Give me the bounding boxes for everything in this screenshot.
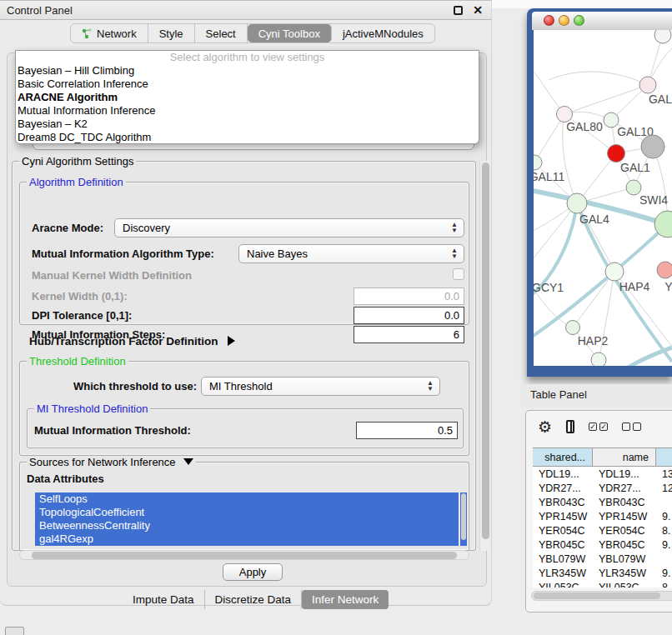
- gear-icon[interactable]: ⚙: [538, 419, 552, 435]
- algorithm-option[interactable]: ARACNE Algorithm: [16, 91, 479, 104]
- settings-horizontal-scrollbar[interactable]: [19, 550, 469, 560]
- network-node-y[interactable]: [657, 262, 672, 278]
- table-cell: YER054C: [533, 523, 593, 538]
- network-canvas[interactable]: GALGAL80GAL10GAL1GAL11SWI4GAL4GCY1HAP4YH…: [534, 30, 672, 366]
- table-row[interactable]: YLR345WYLR345W9.: [533, 566, 672, 580]
- algorithm-option[interactable]: Bayesian – K2: [16, 118, 479, 131]
- table-row[interactable]: YBR043CYBR043C: [533, 495, 672, 509]
- table-horizontal-scrollbar[interactable]: [531, 591, 672, 601]
- network-node-hap2[interactable]: [566, 321, 580, 335]
- table-cell: 8.: [656, 523, 672, 538]
- settings-vertical-scrollbar[interactable]: [479, 161, 489, 551]
- tab-cyni-toolbox[interactable]: Cyni Toolbox: [248, 24, 332, 42]
- table-cell: YPR145W: [593, 509, 656, 523]
- control-panel-title: Control Panel: [7, 4, 73, 17]
- network-node-gal11[interactable]: [534, 155, 542, 170]
- node-label: GAL11: [534, 170, 564, 183]
- which-threshold-label: Which threshold to use:: [73, 380, 197, 392]
- tab-jactivemnodules[interactable]: jActiveMNodules: [332, 24, 434, 42]
- close-icon[interactable]: ✕: [473, 3, 483, 17]
- split-columns-icon[interactable]: [566, 420, 574, 433]
- network-view-window: GALGAL80GAL10GAL1GAL11SWI4GAL4GCY1HAP4YH…: [527, 8, 672, 377]
- tab-discretize-data[interactable]: Discretize Data: [205, 590, 303, 609]
- cyni-bottom-tabbar: Impute Data Discretize Data Infer Networ…: [123, 590, 389, 609]
- table-cell: YER054C: [593, 523, 656, 538]
- algorithm-option[interactable]: Bayesian – Hill Climbing: [16, 64, 479, 78]
- aracne-mode-combobox[interactable]: Discovery ▲▼: [114, 218, 464, 238]
- apply-button[interactable]: Apply: [223, 563, 283, 581]
- network-node[interactable]: [641, 135, 664, 158]
- column-header-name[interactable]: name: [593, 448, 656, 466]
- mi-steps-field[interactable]: 6: [354, 326, 464, 343]
- tab-style[interactable]: Style: [148, 24, 195, 42]
- tab-infer-network[interactable]: Infer Network: [302, 590, 389, 609]
- table-header-row: shared... name A: [533, 448, 672, 467]
- mi-threshold-label: Mutual Information Threshold:: [34, 424, 191, 437]
- tab-label: Discretize Data: [215, 593, 292, 606]
- column-header-partial[interactable]: A: [656, 448, 672, 466]
- table-panel-titlebar: Table Panel: [521, 384, 672, 406]
- algorithm-option[interactable]: Dream8 DC_TDC Algorithm: [16, 131, 479, 144]
- table-cell: YDR27...: [533, 481, 593, 495]
- table-row[interactable]: YDL19...YDL19...13: [533, 467, 672, 481]
- network-node[interactable]: [591, 352, 606, 366]
- mi-threshold-definition-title: MI Threshold Definition: [34, 402, 150, 415]
- tab-impute-data[interactable]: Impute Data: [123, 590, 205, 609]
- kernel-width-field[interactable]: 0.0: [354, 288, 464, 305]
- dpi-tolerance-field[interactable]: 0.0: [354, 307, 464, 324]
- network-node-gal[interactable]: [639, 77, 656, 93]
- select-all-columns-icon[interactable]: ✓ ✓: [589, 422, 608, 431]
- network-window-titlebar[interactable]: [532, 12, 672, 30]
- network-node-gal4[interactable]: [567, 193, 587, 213]
- table-row[interactable]: YER054CYER054C8.: [533, 523, 672, 538]
- algorithm-definition-group: Algorithm Definition Aracne Mode: Discov…: [19, 182, 469, 325]
- table-cell: YBR045C: [593, 538, 656, 552]
- table-cell: YBL079W: [593, 552, 656, 566]
- tab-label: Network: [97, 28, 137, 40]
- zoom-traffic-light-icon[interactable]: [574, 15, 584, 26]
- manual-kernel-checkbox[interactable]: [453, 268, 464, 280]
- table-cell: [656, 552, 672, 566]
- node-label: SWI4: [639, 193, 668, 207]
- table-row[interactable]: YBR045CYBR045C9.: [533, 538, 672, 552]
- network-node-gal1[interactable]: [608, 145, 625, 162]
- attribute-item[interactable]: TopologicalCoefficient: [35, 506, 459, 519]
- mi-type-combobox[interactable]: Naive Bayes ▲▼: [238, 244, 464, 263]
- which-threshold-combobox[interactable]: MI Threshold ▲▼: [201, 377, 440, 396]
- node-table: shared... name A YDL19...YDL19...13YDR27…: [533, 448, 672, 588]
- table-row[interactable]: YBL079WYBL079W: [533, 552, 672, 566]
- minimize-traffic-light-icon[interactable]: [559, 15, 569, 26]
- hub-definition-toggle[interactable]: Hub/Transcription Factor Definition: [29, 335, 235, 348]
- collapsed-panel-chip[interactable]: [5, 627, 24, 635]
- close-traffic-light-icon[interactable]: [544, 15, 554, 26]
- table-row[interactable]: YPR145WYPR145W9.: [533, 509, 672, 523]
- tab-network[interactable]: Network: [71, 24, 148, 42]
- data-attributes-list[interactable]: SelfLoopsTopologicalCoefficientBetweenne…: [35, 492, 459, 546]
- algorithm-definition-title: Algorithm Definition: [27, 176, 126, 188]
- table-row[interactable]: YIL053CYIL053C8: [533, 580, 672, 588]
- table-cell: 9.: [656, 509, 672, 523]
- threshold-definition-title: Threshold Definition: [27, 355, 128, 368]
- chevron-right-icon: [228, 336, 235, 346]
- tab-label: jActiveMNodules: [343, 28, 424, 40]
- tab-select[interactable]: Select: [195, 24, 248, 42]
- network-icon: [82, 28, 93, 39]
- deselect-all-columns-icon[interactable]: [622, 422, 641, 431]
- network-node-hap4[interactable]: [605, 262, 624, 281]
- table-cell: YLR345W: [533, 566, 593, 580]
- column-header-shared-name[interactable]: shared...: [533, 448, 593, 466]
- mi-threshold-field[interactable]: 0.5: [356, 422, 458, 439]
- attributes-scrollbar[interactable]: [460, 492, 467, 546]
- table-cell: YLR345W: [593, 566, 656, 580]
- network-node[interactable]: [654, 30, 671, 43]
- algorithm-option[interactable]: Basic Correlation Inference: [16, 78, 479, 91]
- attribute-item[interactable]: BetweennessCentrality: [35, 519, 459, 532]
- attribute-item[interactable]: SelfLoops: [35, 492, 459, 506]
- attribute-item[interactable]: gal4RGexp: [35, 532, 459, 546]
- table-cell: 13: [656, 467, 672, 481]
- sources-group-title[interactable]: Sources for Network Inference: [27, 456, 196, 468]
- table-row[interactable]: YDR27...YDR27...12: [533, 481, 672, 495]
- algorithm-option[interactable]: Mutual Information Inference: [16, 104, 479, 118]
- cyni-algorithm-settings-group: Cyni Algorithm Settings Algorithm Defini…: [12, 161, 476, 551]
- float-window-icon[interactable]: [454, 6, 463, 15]
